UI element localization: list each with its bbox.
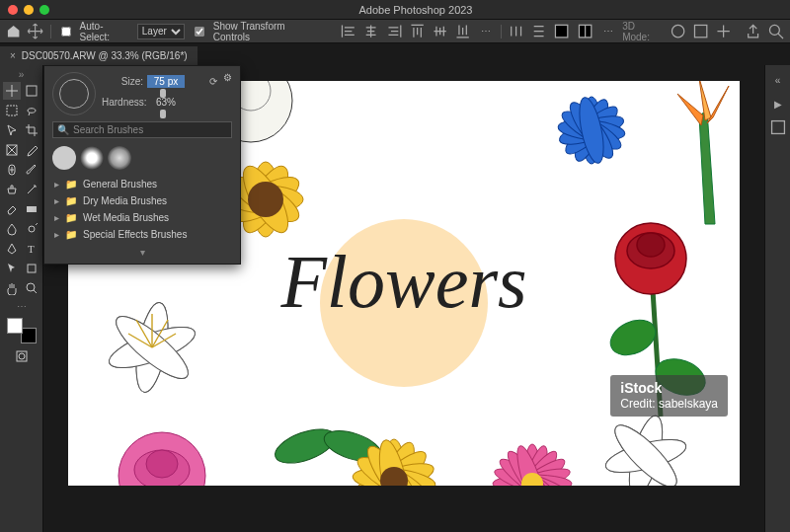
history-brush-tool[interactable] (23, 181, 40, 198)
brush-tip-preview[interactable] (52, 72, 96, 115)
zoom-tool[interactable] (23, 279, 40, 297)
collapsed-panels-strip: « ▶ (764, 65, 790, 532)
history-panel-icon[interactable] (769, 118, 787, 136)
blur-tool[interactable] (3, 220, 21, 238)
marquee-tool[interactable] (3, 102, 21, 119)
svg-rect-7 (27, 206, 37, 212)
align-top-icon[interactable] (409, 23, 426, 40)
gradient-tool[interactable] (23, 200, 40, 218)
search-icon[interactable] (767, 23, 784, 40)
more-options-icon[interactable]: ⋯ (599, 23, 616, 40)
healing-brush-tool[interactable] (3, 161, 21, 179)
brush-tool[interactable] (23, 161, 40, 179)
chevron-right-icon: ▸ (54, 179, 59, 190)
align-right-icon[interactable] (386, 23, 403, 40)
panel-grip-icon[interactable]: » (19, 69, 25, 80)
show-transform-checkbox[interactable] (195, 27, 204, 37)
separator (50, 25, 51, 38)
brush-size-value[interactable]: 75 px (147, 75, 185, 88)
show-transform-label: Show Transform Controls (213, 21, 320, 42)
svg-rect-74 (771, 121, 784, 134)
move-tool[interactable] (3, 82, 21, 100)
dodge-tool[interactable] (23, 220, 40, 238)
distribute-spacing-h-icon[interactable] (553, 23, 570, 40)
svg-text:T: T (28, 243, 35, 255)
frame-tool[interactable] (3, 141, 21, 159)
distribute-h-icon[interactable] (508, 23, 524, 40)
distribute-spacing-v-icon[interactable] (577, 23, 593, 40)
clone-stamp-tool[interactable] (3, 181, 21, 198)
align-left-icon[interactable] (340, 23, 356, 40)
brush-folder[interactable]: ▸ 📁 Wet Media Brushes (44, 209, 240, 226)
brush-preset[interactable] (52, 146, 76, 170)
window-titlebar: Adobe Photoshop 2023 (0, 0, 790, 20)
canvas-area[interactable]: Flowers iStock Credit: sabelskaya Size: … (43, 65, 764, 532)
brush-hardness-value[interactable]: 63% (147, 96, 185, 109)
auto-select-label: Auto-Select: (80, 21, 131, 42)
threeD-dolly-icon[interactable] (715, 23, 732, 40)
type-tool[interactable]: T (23, 240, 40, 258)
auto-select-dropdown[interactable]: Layer (137, 24, 185, 39)
svg-point-8 (29, 226, 35, 232)
panel-settings-icon[interactable]: ⚙ (223, 72, 232, 83)
foreground-color-swatch[interactable] (7, 318, 23, 334)
align-bottom-icon[interactable] (454, 23, 471, 40)
brush-search-input[interactable]: 🔍 Search Brushes (52, 121, 232, 138)
artwork-headline: Flowers (236, 239, 572, 325)
pen-tool[interactable] (3, 240, 21, 258)
play-icon[interactable]: ▶ (769, 95, 787, 113)
svg-point-0 (672, 25, 683, 37)
tools-panel: » T ⋯ (0, 65, 43, 532)
folder-icon: 📁 (65, 179, 77, 190)
panel-resize-grip[interactable]: ▾ (44, 245, 240, 260)
document-tab-label: DSC00570.ARW @ 33.3% (RGB/16*) (22, 50, 188, 61)
separator (501, 25, 502, 38)
maximize-window-button[interactable] (40, 5, 49, 15)
brush-preset[interactable] (80, 146, 104, 170)
brush-folder-list: ▸ 📁 General Brushes ▸ 📁 Dry Media Brushe… (44, 174, 240, 245)
background-color-swatch[interactable] (21, 328, 37, 343)
brush-folder-label: Wet Media Brushes (83, 212, 169, 223)
distribute-v-icon[interactable] (530, 23, 547, 40)
expand-panels-icon[interactable]: « (769, 71, 787, 89)
path-selection-tool[interactable] (3, 260, 21, 277)
chevron-right-icon: ▸ (54, 229, 59, 240)
svg-point-21 (248, 182, 283, 217)
options-bar: Auto-Select: Layer Show Transform Contro… (0, 20, 790, 43)
threeD-orbit-icon[interactable] (670, 23, 686, 40)
auto-select-checkbox[interactable] (61, 27, 71, 37)
brush-folder[interactable]: ▸ 📁 General Brushes (44, 176, 240, 192)
threeD-pan-icon[interactable] (692, 23, 709, 40)
edit-toolbar-icon[interactable]: ⋯ (17, 301, 27, 312)
brush-folder[interactable]: ▸ 📁 Dry Media Brushes (44, 192, 240, 209)
eraser-tool[interactable] (3, 200, 21, 218)
minimize-window-button[interactable] (24, 5, 34, 15)
align-middle-v-icon[interactable] (432, 23, 448, 40)
flip-brush-icon[interactable]: ⟳ (209, 76, 217, 87)
home-icon[interactable] (6, 24, 21, 39)
crop-tool[interactable] (23, 121, 40, 139)
more-options-icon[interactable]: ⋯ (478, 23, 495, 40)
align-center-h-icon[interactable] (362, 23, 379, 40)
svg-rect-4 (7, 106, 17, 115)
brush-settings-panel: Size: 75 px ⟳ Hardness: 63% ⚙ 🔍 Sear (43, 65, 241, 265)
artboard-tool[interactable] (23, 82, 40, 100)
color-swatches[interactable] (7, 318, 37, 343)
selection-tool[interactable] (3, 121, 21, 139)
workspace: » T ⋯ (0, 65, 790, 532)
document-tab[interactable]: × DSC00570.ARW @ 33.3% (RGB/16*) (0, 46, 198, 65)
brush-folder[interactable]: ▸ 📁 Special Effects Brushes (44, 226, 240, 243)
brush-preset[interactable] (108, 146, 131, 170)
lasso-tool[interactable] (23, 102, 40, 119)
share-icon[interactable] (745, 23, 761, 40)
svg-rect-3 (27, 86, 37, 96)
hand-tool[interactable] (3, 279, 21, 297)
close-tab-icon[interactable]: × (10, 50, 16, 61)
shape-tool[interactable] (23, 260, 40, 277)
eyedropper-tool[interactable] (23, 141, 40, 159)
chevron-right-icon: ▸ (54, 195, 59, 206)
quick-mask-tool[interactable] (13, 347, 31, 365)
svg-point-11 (27, 283, 35, 291)
folder-icon: 📁 (65, 195, 77, 206)
close-window-button[interactable] (8, 5, 18, 15)
